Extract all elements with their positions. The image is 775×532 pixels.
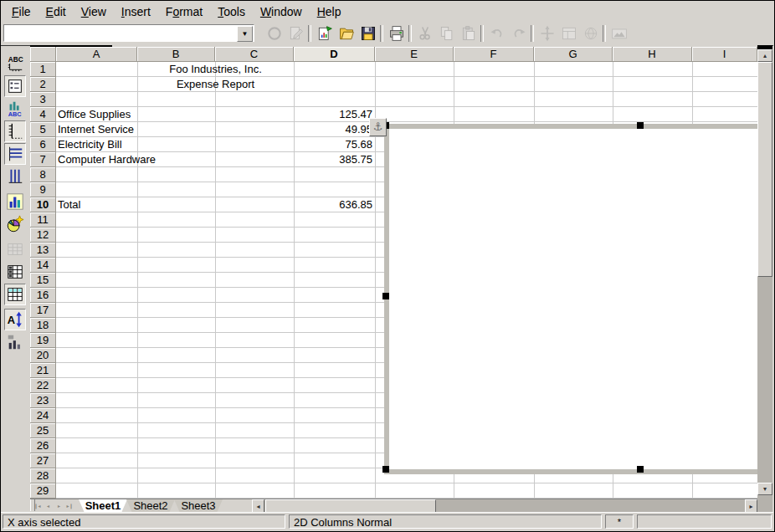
column-header-D[interactable]: D: [294, 47, 375, 62]
horizontal-grid-on-off-icon[interactable]: [4, 143, 26, 165]
menu-edit[interactable]: Edit: [38, 3, 74, 21]
row-header-28[interactable]: 28: [30, 468, 56, 483]
hscroll-right-arrow[interactable]: ▸: [745, 499, 757, 513]
row-header-29[interactable]: 29: [30, 483, 56, 499]
cell-label-row4[interactable]: Office Supplies: [58, 107, 242, 122]
sheet-tab-sheet1[interactable]: Sheet1: [79, 499, 127, 513]
row-header-8[interactable]: 8: [30, 167, 56, 182]
cell-label-row10[interactable]: Total: [58, 197, 242, 212]
row-header-16[interactable]: 16: [30, 288, 56, 303]
row-header-20[interactable]: 20: [30, 348, 56, 363]
cell-label-row5[interactable]: Internet Service: [58, 122, 242, 137]
cell-value-row7[interactable]: 385.75: [294, 152, 372, 167]
load-url-combobox[interactable]: ▼: [3, 24, 254, 42]
row-header-1[interactable]: 1: [30, 62, 56, 77]
vscroll-down-arrow[interactable]: ▾: [757, 483, 772, 495]
column-header-C[interactable]: C: [215, 47, 294, 62]
menu-insert[interactable]: Insert: [114, 3, 158, 21]
row-header-3[interactable]: 3: [30, 92, 56, 107]
row-header-23[interactable]: 23: [30, 393, 56, 408]
horizontal-scrollbar[interactable]: ◂▸: [252, 499, 757, 513]
cell-title-2[interactable]: Expense Report: [137, 77, 294, 92]
row-header-12[interactable]: 12: [30, 228, 56, 243]
row-header-4[interactable]: 4: [30, 107, 56, 122]
menu-format[interactable]: Format: [158, 3, 210, 21]
chart-object-frame[interactable]: [384, 124, 757, 474]
autoformat-chart-icon[interactable]: [4, 213, 26, 235]
anchor-icon[interactable]: ⚓: [369, 118, 387, 136]
tab-nav-next[interactable]: ▸: [54, 500, 64, 512]
tab-nav-first[interactable]: ❙◂: [32, 500, 43, 512]
print-icon[interactable]: [387, 23, 407, 43]
menu-help[interactable]: Help: [310, 3, 349, 21]
vertical-grid-on-off-icon[interactable]: [4, 166, 26, 187]
cell-value-row6[interactable]: 75.68: [294, 137, 372, 152]
sheet-tab-sheet2[interactable]: Sheet2: [126, 499, 175, 513]
data-in-columns-icon[interactable]: [4, 284, 26, 305]
handle-left-middle[interactable]: [382, 293, 389, 299]
row-header-22[interactable]: 22: [30, 378, 56, 393]
undo-icon: [487, 23, 507, 43]
row-header-10[interactable]: 10: [30, 197, 56, 212]
cell-label-row6[interactable]: Electricity Bill: [58, 137, 242, 152]
combo-dropdown-icon[interactable]: ▼: [237, 26, 253, 42]
edit-chart-type-icon[interactable]: [4, 191, 26, 212]
handle-bottom-middle[interactable]: [637, 466, 644, 473]
new-document-icon[interactable]: [315, 23, 335, 43]
row-header-24[interactable]: 24: [30, 408, 56, 423]
axes-on-off-icon[interactable]: [4, 120, 26, 142]
hscroll-thumb[interactable]: [265, 499, 436, 513]
row-header-6[interactable]: 6: [30, 137, 56, 152]
handle-bottom-left[interactable]: [382, 466, 389, 473]
tab-nav-prev[interactable]: ◂: [43, 500, 54, 512]
cell-value-row5[interactable]: 49.95: [294, 122, 372, 137]
column-header-H[interactable]: H: [613, 47, 692, 62]
row-header-7[interactable]: 7: [30, 152, 56, 167]
row-header-26[interactable]: 26: [30, 438, 56, 453]
column-header-G[interactable]: G: [534, 47, 613, 62]
row-header-18[interactable]: 18: [30, 318, 56, 333]
row-header-13[interactable]: 13: [30, 243, 56, 258]
tab-nav-last[interactable]: ▸❙: [64, 500, 75, 512]
save-icon[interactable]: [358, 23, 378, 43]
svg-text:A: A: [8, 314, 15, 326]
vscroll-thumb[interactable]: [757, 62, 772, 277]
axes-title-on-off-icon[interactable]: ABC: [4, 98, 26, 120]
column-header-A[interactable]: A: [56, 47, 137, 62]
open-icon[interactable]: [336, 23, 357, 43]
menu-tools[interactable]: Tools: [210, 3, 253, 21]
cell-label-row7[interactable]: Computer Hardware: [58, 152, 242, 167]
cell-value-row4[interactable]: 125.47: [294, 107, 372, 122]
row-header-11[interactable]: 11: [30, 212, 56, 228]
grid-corner-box[interactable]: [30, 47, 56, 62]
row-header-19[interactable]: 19: [30, 333, 56, 348]
vertical-scrollbar[interactable]: ▴▾: [757, 45, 772, 512]
row-header-21[interactable]: 21: [30, 363, 56, 378]
column-header-I[interactable]: I: [692, 47, 757, 62]
hscroll-left-arrow[interactable]: ◂: [252, 499, 264, 513]
reorganize-chart-icon[interactable]: [4, 331, 26, 353]
cell-value-row10[interactable]: 636.85: [294, 197, 372, 212]
menu-view[interactable]: View: [74, 3, 114, 21]
data-in-rows-icon[interactable]: [4, 261, 26, 283]
scale-text-icon[interactable]: A: [4, 309, 26, 330]
column-header-B[interactable]: B: [137, 47, 215, 62]
row-header-25[interactable]: 25: [30, 423, 56, 438]
vscroll-up-arrow[interactable]: ▴: [757, 49, 772, 62]
column-header-F[interactable]: F: [454, 47, 534, 62]
legend-on-off-icon[interactable]: [4, 75, 26, 97]
row-header-5[interactable]: 5: [30, 122, 56, 137]
row-header-9[interactable]: 9: [30, 182, 56, 197]
cell-title-1[interactable]: Foo Industries, Inc.: [137, 62, 294, 77]
column-header-E[interactable]: E: [375, 47, 454, 62]
row-header-17[interactable]: 17: [30, 303, 56, 318]
menu-file[interactable]: File: [4, 3, 38, 21]
handle-top-middle[interactable]: [637, 122, 644, 129]
title-on-off-icon[interactable]: ABC: [4, 53, 26, 74]
row-header-2[interactable]: 2: [30, 77, 56, 92]
row-header-27[interactable]: 27: [30, 453, 56, 468]
sheet-tab-sheet3[interactable]: Sheet3: [174, 499, 223, 513]
menu-window[interactable]: Window: [253, 3, 310, 21]
row-header-14[interactable]: 14: [30, 258, 56, 273]
row-header-15[interactable]: 15: [30, 273, 56, 288]
